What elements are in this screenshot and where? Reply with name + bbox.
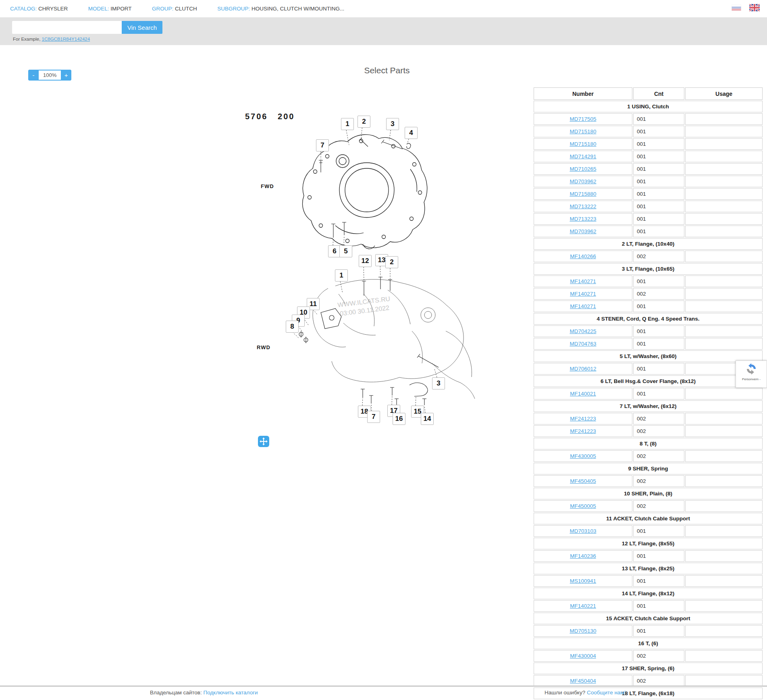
part-number-link[interactable]: MD703962 bbox=[570, 178, 596, 184]
part-number-link[interactable]: MF450405 bbox=[570, 478, 596, 484]
part-row: MF450404002 bbox=[534, 675, 763, 687]
zoom-out-button[interactable]: - bbox=[28, 70, 39, 81]
callout-1[interactable]: 1 bbox=[341, 118, 354, 130]
part-number-link[interactable]: MF140271 bbox=[570, 278, 596, 284]
part-number-link[interactable]: MD710265 bbox=[570, 166, 596, 172]
part-number-link[interactable]: MF140271 bbox=[570, 291, 596, 297]
part-row: MF430005002 bbox=[534, 450, 763, 462]
group-row: 8 T, (8) bbox=[534, 438, 763, 449]
nav-model-value: IMPORT bbox=[110, 6, 131, 12]
part-number-link[interactable]: MD713223 bbox=[570, 216, 596, 222]
part-cnt: 001 bbox=[633, 575, 684, 587]
footer-owners: Владельцам сайтов: Подключить каталоги bbox=[150, 690, 258, 696]
part-cnt: 002 bbox=[633, 425, 684, 437]
nav-catalog[interactable]: CATALOG: CHRYSLER bbox=[10, 0, 68, 17]
part-cnt: 001 bbox=[633, 275, 684, 287]
callout-5[interactable]: 5 bbox=[339, 245, 352, 257]
part-number-link[interactable]: MF450404 bbox=[570, 678, 596, 684]
part-number-link[interactable]: MD713222 bbox=[570, 203, 596, 209]
footer-error: Нашли ошибку? Сообщите нам! bbox=[545, 690, 626, 696]
callout-16[interactable]: 16 bbox=[393, 413, 405, 425]
part-number-link[interactable]: MD705130 bbox=[570, 628, 596, 634]
recaptcha-badge[interactable]: Personvern - bbox=[736, 360, 767, 388]
part-usage bbox=[685, 151, 763, 162]
part-cnt: 001 bbox=[633, 325, 684, 337]
part-number-link[interactable]: MS100941 bbox=[570, 578, 596, 584]
header-usage: Usage bbox=[685, 87, 763, 100]
pan-button[interactable] bbox=[258, 436, 269, 447]
part-number-link[interactable]: MD703103 bbox=[570, 528, 596, 534]
part-number-link[interactable]: MF241223 bbox=[570, 428, 596, 434]
group-row: 16 T, (6) bbox=[534, 638, 763, 649]
callout-12[interactable]: 12 bbox=[359, 255, 372, 267]
connect-catalogs-link[interactable]: Подключить каталоги bbox=[204, 690, 258, 696]
part-cnt: 001 bbox=[633, 138, 684, 150]
part-cnt: 001 bbox=[633, 625, 684, 637]
nav-model[interactable]: MODEL: IMPORT bbox=[88, 0, 132, 17]
part-number-link[interactable]: MF140236 bbox=[570, 553, 596, 559]
vin-input[interactable] bbox=[12, 21, 122, 34]
part-cnt: 002 bbox=[633, 450, 684, 462]
part-number-link[interactable]: MF450005 bbox=[570, 503, 596, 509]
callout-3[interactable]: 3 bbox=[386, 118, 399, 130]
parts-table: Number Cnt Usage 1 USING, ClutchMD717505… bbox=[533, 87, 763, 700]
callout-2[interactable]: 2 bbox=[385, 256, 398, 268]
part-number-link[interactable]: MF430004 bbox=[570, 653, 596, 659]
part-row: MD705130001 bbox=[534, 625, 763, 637]
part-cnt: 001 bbox=[633, 176, 684, 187]
table-header-row: Number Cnt Usage bbox=[534, 87, 763, 100]
part-usage bbox=[685, 288, 763, 300]
footer-divider bbox=[0, 686, 767, 687]
part-row: MF450005002 bbox=[534, 500, 763, 512]
footer-error-text: Нашли ошибку? bbox=[545, 690, 585, 696]
callout-2[interactable]: 2 bbox=[358, 116, 370, 128]
part-cnt: 001 bbox=[633, 550, 684, 562]
part-number-link[interactable]: MD704763 bbox=[570, 341, 596, 347]
callout-1[interactable]: 1 bbox=[335, 269, 348, 282]
part-number-link[interactable]: MD714291 bbox=[570, 153, 596, 159]
uk-flag-icon[interactable] bbox=[749, 4, 760, 13]
nav-group[interactable]: GROUP: CLUTCH bbox=[152, 0, 197, 17]
part-usage bbox=[685, 113, 763, 125]
nav-group-label: GROUP: bbox=[152, 6, 173, 12]
nav-catalog-value: CHRYSLER bbox=[38, 6, 68, 12]
example-vin-link[interactable]: 1C8GCB1R84Y142424 bbox=[42, 37, 90, 41]
nav-catalog-label: CATALOG: bbox=[10, 6, 37, 12]
callout-3[interactable]: 3 bbox=[432, 377, 445, 389]
group-row: 6 LT, Bell Hsg.& Cover Flange, (8x12) bbox=[534, 375, 763, 387]
zoom-in-button[interactable]: + bbox=[61, 70, 71, 81]
callout-7[interactable]: 7 bbox=[367, 411, 380, 423]
vin-search-button[interactable]: Vin Search bbox=[122, 21, 162, 34]
nav-subgroup[interactable]: SUBGROUP: HOUSING, CLUTCH W/MOUNTING... bbox=[217, 0, 344, 17]
callout-7[interactable]: 7 bbox=[316, 139, 329, 151]
group-row: 5 LT, w/Washer, (8x60) bbox=[534, 350, 763, 362]
part-number-link[interactable]: MF140271 bbox=[570, 303, 596, 309]
part-number-link[interactable]: MF140266 bbox=[570, 253, 596, 259]
part-row: MD704763001 bbox=[534, 338, 763, 350]
part-number-link[interactable]: MF430005 bbox=[570, 453, 596, 459]
page: CATALOG: CHRYSLER MODEL: IMPORT GROUP: C… bbox=[0, 0, 767, 700]
part-row: MF450405002 bbox=[534, 475, 763, 487]
part-cnt: 001 bbox=[633, 126, 684, 137]
part-number-link[interactable]: MF140021 bbox=[570, 391, 596, 397]
part-number-link[interactable]: MD715880 bbox=[570, 191, 596, 197]
part-number-link[interactable]: MD704225 bbox=[570, 328, 596, 334]
recaptcha-label: Personvern - bbox=[736, 377, 767, 381]
part-row: MF140271001 bbox=[534, 275, 763, 287]
part-row: MD714291001 bbox=[534, 151, 763, 162]
part-number-link[interactable]: MD703962 bbox=[570, 228, 596, 234]
callout-8[interactable]: 8 bbox=[286, 321, 299, 333]
callout-4[interactable]: 4 bbox=[405, 127, 418, 139]
part-usage bbox=[685, 338, 763, 350]
russian-flag-icon[interactable] bbox=[732, 4, 741, 12]
callout-14[interactable]: 14 bbox=[421, 413, 434, 425]
part-number-link[interactable]: MD717505 bbox=[570, 116, 596, 122]
part-number-link[interactable]: MF140221 bbox=[570, 603, 596, 609]
part-number-link[interactable]: MD715180 bbox=[570, 128, 596, 135]
report-error-link[interactable]: Сообщите нам! bbox=[587, 690, 626, 696]
part-number-link[interactable]: MD715180 bbox=[570, 141, 596, 147]
part-row: MD710265001 bbox=[534, 163, 763, 175]
part-row: MD703103001 bbox=[534, 525, 763, 537]
part-number-link[interactable]: MD706012 bbox=[570, 366, 596, 372]
part-number-link[interactable]: MF241223 bbox=[570, 416, 596, 422]
